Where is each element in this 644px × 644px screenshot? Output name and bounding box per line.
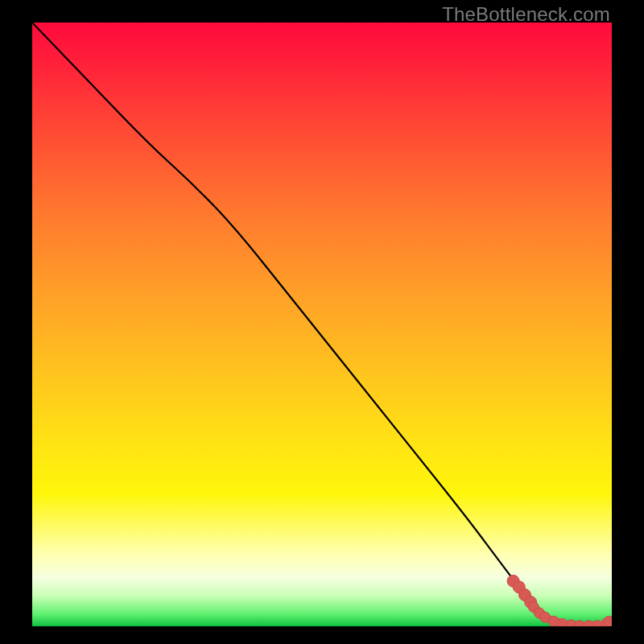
chart-frame: TheBottleneck.com [0,0,644,644]
curve-group [32,23,612,626]
bottleneck-curve-line [32,23,612,626]
chart-overlay-svg [32,23,612,626]
marker-group [507,575,612,626]
plot-area [32,23,612,626]
marker-dot [604,617,612,627]
